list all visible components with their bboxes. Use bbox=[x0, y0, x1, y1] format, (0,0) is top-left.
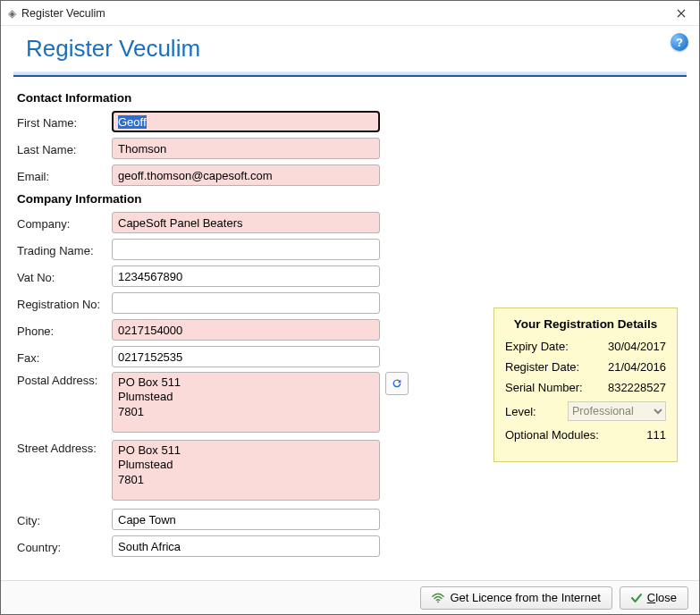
get-licence-button[interactable]: Get Licence from the Internet bbox=[420, 586, 611, 610]
country-input[interactable] bbox=[112, 535, 380, 557]
window-close-button[interactable] bbox=[669, 4, 694, 22]
page-title: Register Veculim bbox=[26, 35, 681, 63]
phone-input[interactable] bbox=[112, 319, 380, 341]
wifi-icon bbox=[432, 593, 444, 603]
level-label: Level: bbox=[505, 405, 536, 418]
last-name-input[interactable] bbox=[112, 138, 380, 159]
refresh-icon bbox=[391, 377, 403, 390]
fax-input[interactable] bbox=[112, 346, 380, 367]
email-input[interactable] bbox=[112, 164, 380, 186]
fax-label: Fax: bbox=[17, 350, 112, 365]
svg-point-0 bbox=[438, 601, 440, 602]
serial-label: Serial Number: bbox=[505, 381, 583, 394]
close-icon bbox=[677, 9, 686, 18]
optional-modules-label: Optional Modules: bbox=[505, 428, 599, 442]
window-title: Register Veculim bbox=[21, 7, 669, 20]
check-icon bbox=[631, 593, 642, 603]
vat-no-input[interactable] bbox=[112, 265, 380, 287]
reg-no-label: Registration No: bbox=[17, 296, 112, 311]
expiry-label: Expiry Date: bbox=[505, 340, 569, 353]
trading-name-input[interactable] bbox=[112, 239, 380, 260]
company-section-title: Company Information bbox=[17, 192, 683, 206]
trading-name-label: Trading Name: bbox=[17, 242, 112, 257]
first-name-label: First Name: bbox=[17, 114, 112, 130]
last-name-label: Last Name: bbox=[17, 141, 112, 156]
copy-address-button[interactable] bbox=[385, 372, 409, 395]
help-icon: ? bbox=[676, 36, 683, 49]
expiry-value: 30/04/2017 bbox=[608, 340, 666, 353]
contact-section-title: Contact Information bbox=[17, 91, 683, 105]
reg-no-input[interactable] bbox=[112, 292, 380, 314]
optional-modules-value: 111 bbox=[646, 428, 666, 442]
register-date-label: Register Date: bbox=[505, 360, 579, 374]
header: Register Veculim ? bbox=[1, 26, 699, 66]
postal-label: Postal Address: bbox=[17, 372, 112, 387]
city-label: City: bbox=[17, 512, 112, 527]
postal-address-input[interactable] bbox=[112, 372, 380, 433]
close-button[interactable]: Close bbox=[620, 586, 688, 610]
register-date-value: 21/04/2016 bbox=[608, 360, 666, 374]
register-window: ◈ Register Veculim Register Veculim ? Co… bbox=[0, 0, 700, 615]
company-label: Company: bbox=[17, 215, 112, 231]
company-input[interactable] bbox=[112, 212, 380, 233]
details-title: Your Registration Details bbox=[505, 317, 666, 331]
get-licence-label: Get Licence from the Internet bbox=[450, 591, 600, 604]
email-label: Email: bbox=[17, 168, 112, 183]
country-label: Country: bbox=[17, 539, 112, 554]
city-input[interactable] bbox=[112, 509, 380, 530]
close-label: Close bbox=[647, 591, 677, 604]
level-select[interactable]: Professional bbox=[568, 401, 666, 421]
street-address-input[interactable] bbox=[112, 440, 380, 501]
help-button[interactable]: ? bbox=[670, 33, 688, 51]
phone-label: Phone: bbox=[17, 323, 112, 338]
content: Contact Information First Name: Last Nam… bbox=[1, 77, 699, 580]
footer: Get Licence from the Internet Close bbox=[1, 580, 699, 614]
titlebar: ◈ Register Veculim bbox=[1, 1, 699, 26]
first-name-input[interactable] bbox=[112, 111, 380, 132]
app-icon: ◈ bbox=[8, 7, 16, 20]
serial-value: 832228527 bbox=[608, 381, 666, 394]
registration-details-panel: Your Registration Details Expiry Date: 3… bbox=[493, 308, 678, 462]
street-label: Street Address: bbox=[17, 440, 112, 455]
vat-no-label: Vat No: bbox=[17, 269, 112, 284]
